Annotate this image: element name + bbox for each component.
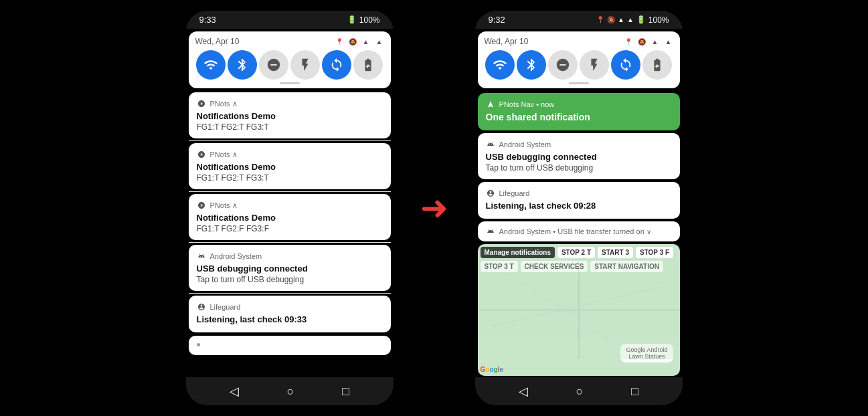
right-dnd-button[interactable] xyxy=(548,50,578,80)
right-drag-handle xyxy=(569,82,589,84)
right-notification-panel: Wed, Apr 10 📍 🔕 ▲ ▲ xyxy=(475,29,683,377)
left-nav-bar: ◁ ○ □ xyxy=(186,377,394,405)
right-lifeguard-title: Listening, last check 09:28 xyxy=(486,201,672,211)
right-notif-file-transfer[interactable]: Android System • USB file transfer turne… xyxy=(478,221,680,241)
divider-1 xyxy=(189,140,391,141)
left-recents-button[interactable]: □ xyxy=(342,385,349,399)
left-notif-1[interactable]: PNots ∧ Notifications Demo FG1:T FG2:T F… xyxy=(189,92,391,138)
left-qs-header: Wed, Apr 10 📍 🔕 ▲ ▲ xyxy=(195,37,384,46)
pnots-icon-1 xyxy=(197,99,206,108)
left-notif-4[interactable]: Android System USB debugging connected T… xyxy=(189,245,391,291)
left-notif-3-title: Notifications Demo xyxy=(197,213,383,223)
divider-3 xyxy=(189,242,391,243)
left-notif-5-title: Listening, last check 09:33 xyxy=(197,314,383,324)
left-qs-buttons xyxy=(195,50,384,80)
right-usb-title: USB debugging connected xyxy=(486,152,672,162)
left-notif-3[interactable]: PNots ∧ Notifications Demo FG1:T FG2:F F… xyxy=(189,194,391,240)
right-mute-icon-qs: 🔕 xyxy=(637,37,646,46)
arrow-container: ➜ xyxy=(420,191,448,225)
left-quick-settings: Wed, Apr 10 📍 🔕 ▲ ▲ xyxy=(189,31,391,88)
right-map-area: Manage notifications STOP 2 T START 3 ST… xyxy=(478,244,680,376)
left-notification-panel: Wed, Apr 10 📍 🔕 ▲ ▲ xyxy=(186,29,394,377)
wifi-signal-icon: ▲ xyxy=(361,37,371,46)
divider-2 xyxy=(189,191,391,192)
mobile-signal-icon: ▲ xyxy=(375,37,384,46)
right-green-app: PNots Nav • now xyxy=(499,100,672,108)
flashlight-button[interactable] xyxy=(290,50,320,80)
direction-arrow: ➜ xyxy=(420,191,448,225)
right-phone: 9:32 📍 🔕 ▲ ▲ 🔋 100% Wed, Apr 10 📍 🔕 ▲ xyxy=(475,11,683,405)
left-home-button[interactable]: ○ xyxy=(287,385,294,399)
bluetooth-button[interactable] xyxy=(228,50,257,80)
right-wifi-button[interactable] xyxy=(485,50,515,80)
right-qs-buttons xyxy=(485,50,673,80)
right-nav-bar: ◁ ○ □ xyxy=(475,377,683,405)
lifeguard-icon-1 xyxy=(197,302,206,312)
right-green-notif[interactable]: PNots Nav • now One shared notification xyxy=(478,93,680,130)
pnots-nav-icon xyxy=(486,100,495,109)
left-qs-date: Wed, Apr 10 xyxy=(195,37,240,46)
left-notif-4-title: USB debugging connected xyxy=(197,264,383,274)
left-notif-4-body: Tap to turn off USB debugging xyxy=(197,275,383,284)
right-battery: 100% xyxy=(648,15,669,25)
left-battery: 100% xyxy=(359,15,380,25)
left-notif-3-app: PNots ∧ xyxy=(210,201,383,210)
right-home-button[interactable]: ○ xyxy=(576,385,584,399)
right-green-title: One shared notification xyxy=(486,112,672,122)
right-mute-icon: 🔕 xyxy=(607,16,615,23)
right-loc-icon: 📍 xyxy=(624,37,633,46)
left-notifications-list: PNots ∧ Notifications Demo FG1:T FG2:T F… xyxy=(186,91,394,377)
sync-button[interactable] xyxy=(322,50,351,80)
location-icon: 📍 xyxy=(335,37,344,46)
right-sync-button[interactable] xyxy=(611,50,640,80)
right-usb-body: Tap to turn off USB debugging xyxy=(486,163,672,173)
lifeguard-icon-right xyxy=(486,189,495,198)
right-ft-app: Android System • USB file transfer turne… xyxy=(499,227,672,235)
left-notif-5[interactable]: Lifeguard Listening, last check 09:33 xyxy=(189,296,391,332)
left-status-bar: 9:33 🔋 100% xyxy=(186,11,394,29)
left-drag-handle xyxy=(280,82,300,84)
pnots-icon-3 xyxy=(197,201,206,210)
right-battery-icon: 🔋 xyxy=(636,15,646,24)
right-status-bar: 9:32 📍 🔕 ▲ ▲ 🔋 100% xyxy=(475,11,683,29)
right-battery-saver-button[interactable] xyxy=(642,50,672,80)
right-notif-lifeguard[interactable]: Lifeguard Listening, last check 09:28 xyxy=(478,182,680,219)
mute-icon: 🔕 xyxy=(348,37,357,46)
android-icon-right-1 xyxy=(486,140,495,149)
right-usb-app: Android System xyxy=(499,140,672,148)
right-flashlight-button[interactable] xyxy=(580,50,609,80)
main-container: 9:33 🔋 100% Wed, Apr 10 📍 🔕 ▲ ▲ xyxy=(0,0,868,416)
android-icon-1 xyxy=(197,251,206,261)
android-icon-right-2 xyxy=(486,227,495,236)
right-time: 9:32 xyxy=(489,15,505,25)
right-qs-header: Wed, Apr 10 📍 🔕 ▲ ▲ xyxy=(485,37,673,46)
right-back-button[interactable]: ◁ xyxy=(519,384,528,399)
right-quick-settings: Wed, Apr 10 📍 🔕 ▲ ▲ xyxy=(478,31,680,88)
divider-4 xyxy=(189,293,391,294)
pnots-icon-2 xyxy=(197,150,206,159)
right-notif-usb[interactable]: Android System USB debugging connected T… xyxy=(478,133,680,179)
left-time: 9:33 xyxy=(199,15,216,25)
left-notif-dot: • xyxy=(189,336,391,355)
right-wifi-qs-icon: ▲ xyxy=(650,37,660,46)
right-bluetooth-button[interactable] xyxy=(517,50,546,80)
left-notif-1-app: PNots ∧ xyxy=(210,100,383,108)
wifi-button[interactable] xyxy=(196,50,226,80)
dnd-button[interactable] xyxy=(259,50,288,80)
right-signal-qs-icon: ▲ xyxy=(664,37,673,46)
right-signal-icon: ▲ xyxy=(627,16,634,23)
right-location-icon: 📍 xyxy=(596,16,604,23)
left-notif-1-title: Notifications Demo xyxy=(197,111,383,121)
battery-saver-button[interactable] xyxy=(353,50,383,80)
left-back-button[interactable]: ◁ xyxy=(230,384,239,399)
left-notif-1-body: FG1:T FG2:T FG3:T xyxy=(197,122,383,132)
left-notif-2-app: PNots ∧ xyxy=(210,150,383,159)
right-qs-date: Wed, Apr 10 xyxy=(485,37,529,46)
left-notif-2[interactable]: PNots ∧ Notifications Demo FG1:T FG2:T F… xyxy=(189,143,391,189)
left-notif-2-title: Notifications Demo xyxy=(197,162,383,172)
right-recents-button[interactable]: □ xyxy=(631,385,638,399)
left-phone: 9:33 🔋 100% Wed, Apr 10 📍 🔕 ▲ ▲ xyxy=(186,11,394,405)
left-notif-2-body: FG1:T FG2:T FG3:T xyxy=(197,173,383,183)
left-battery-icon: 🔋 xyxy=(347,15,357,24)
left-notif-5-app: Lifeguard xyxy=(210,303,383,311)
